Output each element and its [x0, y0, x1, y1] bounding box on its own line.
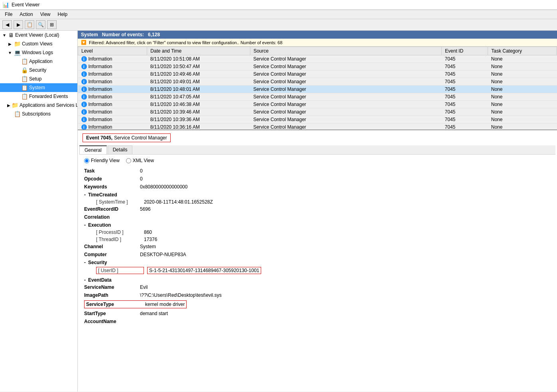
cell-datetime: 8/11/2020 10:49:46 AM: [147, 71, 250, 78]
cell-task: None: [488, 86, 557, 93]
cell-source: Service Control Manager: [250, 93, 441, 101]
userid-label: [ UserID ]: [96, 267, 144, 274]
row-servicetype: ServiceType kernel mode driver: [84, 300, 187, 308]
titlebar-title: Event Viewer: [12, 2, 39, 8]
cell-eventid: 7045: [442, 123, 488, 131]
table-row[interactable]: i Information 8/11/2020 10:51:08 AM Serv…: [78, 55, 557, 63]
cell-source: Service Control Manager: [250, 78, 441, 86]
table-row[interactable]: i Information 8/11/2020 10:39:36 AM Serv…: [78, 116, 557, 123]
cell-datetime: 8/11/2020 10:48:01 AM: [147, 86, 250, 93]
info-icon: i: [81, 124, 87, 130]
cell-eventid: 7045: [442, 108, 488, 116]
detail-content: Task 0 Opcode 0 Keywords 0x8080000000000…: [78, 167, 557, 333]
menu-help[interactable]: Help: [55, 11, 71, 18]
sidebar-item-windows-logs[interactable]: ▼ 💻 Windows Logs: [0, 48, 77, 57]
level-text: Information: [89, 71, 112, 77]
row-starttype: StartType demand start: [84, 311, 551, 316]
row-task: Task 0: [84, 168, 551, 174]
radio-xml[interactable]: XML View: [126, 158, 154, 163]
cell-datetime: 8/11/2020 10:51:08 AM: [147, 55, 250, 63]
sidebar-item-custom-views[interactable]: ▶ 📁 Custom Views: [0, 39, 77, 48]
table-row[interactable]: i Information 8/11/2020 10:48:01 AM Serv…: [78, 86, 557, 93]
tab-details[interactable]: Details: [108, 145, 133, 154]
events-table: Level Date and Time Source Event ID Task…: [78, 47, 557, 130]
level-text: Information: [89, 86, 112, 92]
opcode-label: Opcode: [84, 176, 140, 182]
section-timecreated: - TimeCreated: [84, 192, 551, 198]
root-label: Event Viewer (Local): [15, 32, 59, 38]
sidebar-item-application[interactable]: 📋 Application: [0, 57, 77, 66]
cell-level: i Information: [78, 123, 147, 131]
detail-panel: Event 7045, Service Control Manager Gene…: [78, 130, 557, 392]
table-row[interactable]: i Information 8/11/2020 10:36:16 AM Serv…: [78, 123, 557, 131]
col-source: Source: [250, 47, 441, 55]
col-eventid: Event ID: [442, 47, 488, 55]
table-row[interactable]: i Information 8/11/2020 10:49:01 AM Serv…: [78, 78, 557, 86]
execution-minus: -: [84, 222, 86, 228]
radio-friendly[interactable]: Friendly View: [84, 158, 120, 163]
info-icon: i: [81, 79, 87, 84]
filter-text: Filtered: Advanced filter, click on "Fil…: [89, 40, 282, 45]
info-icon: i: [81, 102, 87, 107]
toggle-root[interactable]: ▼: [2, 33, 7, 37]
row-threadid: [ ThreadID ] 17376: [96, 237, 551, 242]
threadid-value: 17376: [144, 237, 157, 242]
processid-label: [ ProcessID ]: [96, 229, 144, 235]
radio-group: Friendly View XML View: [78, 155, 557, 167]
cell-datetime: 8/11/2020 10:39:46 AM: [147, 108, 250, 116]
sidebar-item-root[interactable]: ▼ 🖥 Event Viewer (Local): [0, 31, 77, 39]
menu-file[interactable]: File: [2, 11, 16, 18]
table-row[interactable]: i Information 8/11/2020 10:50:47 AM Serv…: [78, 63, 557, 71]
toolbar-back[interactable]: ◀: [2, 20, 12, 29]
toolbar-btn-5[interactable]: ⊞: [47, 20, 57, 29]
toolbar-btn-3[interactable]: 📋: [25, 20, 34, 29]
toolbar-forward[interactable]: ▶: [14, 20, 23, 29]
cell-eventid: 7045: [442, 93, 488, 101]
opcode-value: 0: [140, 176, 143, 182]
sidebar-item-forwarded[interactable]: 📋 Forwarded Events: [0, 92, 77, 101]
sidebar-item-security[interactable]: 🔒 Security: [0, 66, 77, 74]
radio-friendly-input[interactable]: [84, 158, 89, 163]
table-row[interactable]: i Information 8/11/2020 10:49:46 AM Serv…: [78, 71, 557, 78]
row-systemtime: [ SystemTime ] 2020-08-11T14:48:01.16525…: [96, 199, 551, 205]
cell-datetime: 8/11/2020 10:46:38 AM: [147, 101, 250, 108]
cell-source: Service Control Manager: [250, 116, 441, 123]
menu-view[interactable]: View: [37, 11, 54, 18]
starttype-label: StartType: [84, 311, 140, 316]
application-icon: 📋: [21, 58, 28, 65]
imagepath-label: ImagePath: [84, 292, 140, 298]
sidebar-item-subscriptions[interactable]: 📋 Subscriptions: [0, 110, 77, 118]
sidebar-item-system[interactable]: 📋 System: [0, 83, 77, 92]
menu-action[interactable]: Action: [16, 11, 36, 18]
info-icon: i: [81, 94, 87, 100]
table-row[interactable]: i Information 8/11/2020 10:47:05 AM Serv…: [78, 93, 557, 101]
toggle-custom-views[interactable]: ▶: [7, 42, 13, 46]
root-icon: 🖥: [8, 32, 14, 38]
cell-source: Service Control Manager: [250, 108, 441, 116]
toolbar-btn-4[interactable]: 🔍: [36, 20, 45, 29]
sidebar-item-setup[interactable]: 📋 Setup: [0, 74, 77, 83]
table-row[interactable]: i Information 8/11/2020 10:46:38 AM Serv…: [78, 101, 557, 108]
toggle-appservices[interactable]: ▶: [7, 103, 10, 108]
cell-datetime: 8/11/2020 10:50:47 AM: [147, 63, 250, 71]
table-row[interactable]: i Information 8/11/2020 10:39:46 AM Serv…: [78, 108, 557, 116]
cell-task: None: [488, 108, 557, 116]
toggle-windows-logs[interactable]: ▼: [7, 51, 13, 55]
radio-xml-input[interactable]: [126, 158, 131, 163]
cell-level: i Information: [78, 78, 147, 86]
tab-general[interactable]: General: [79, 145, 107, 154]
cell-level: i Information: [78, 93, 147, 101]
task-label: Task: [84, 168, 140, 174]
subscriptions-label: Subscriptions: [22, 111, 51, 117]
cell-datetime: 8/11/2020 10:39:36 AM: [147, 116, 250, 123]
event-header-bar: Event 7045, Service Control Manager: [83, 133, 171, 142]
row-computer: Computer DESKTOP-NUEP83A: [84, 252, 551, 257]
row-accountname: AccountName: [84, 319, 551, 324]
task-value: 0: [140, 168, 143, 174]
info-icon: i: [81, 71, 87, 77]
custom-views-label: Custom Views: [22, 41, 52, 47]
cell-source: Service Control Manager: [250, 123, 441, 131]
accountname-label: AccountName: [84, 319, 140, 324]
info-icon: i: [81, 86, 87, 92]
sidebar-item-appservices[interactable]: ▶ 📁 Applications and Services Lo: [0, 101, 77, 110]
